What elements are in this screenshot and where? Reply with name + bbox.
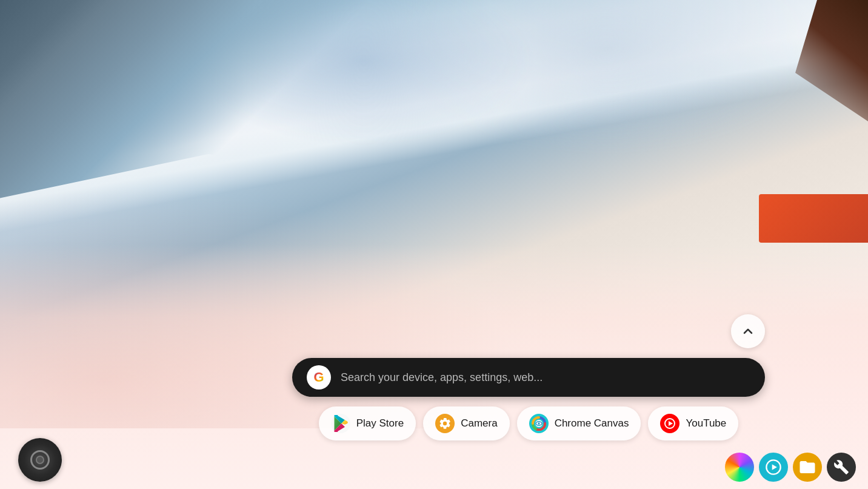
expand-launcher-button[interactable]	[731, 314, 765, 348]
settings-tray-icon[interactable]	[827, 453, 856, 482]
camera-chip[interactable]: Camera	[423, 406, 509, 440]
chrome-canvas-chip[interactable]: Chrome Canvas	[517, 406, 641, 440]
chrome-canvas-svg	[532, 416, 546, 431]
chevron-up-icon	[741, 324, 755, 339]
orange-shape	[759, 194, 868, 243]
search-bar[interactable]: G Search your device, apps, settings, we…	[292, 358, 765, 397]
launcher-area: G Search your device, apps, settings, we…	[292, 314, 765, 440]
svg-point-5	[538, 423, 539, 425]
youtube-label: YouTube	[686, 417, 726, 430]
camera-label: Camera	[461, 417, 497, 430]
pinwheel-tray-icon[interactable]	[725, 453, 754, 482]
google-logo: G	[307, 365, 331, 390]
app-shelf: Play Store Camera	[319, 406, 739, 440]
youtube-chip[interactable]: YouTube	[648, 406, 738, 440]
play-store-icon	[331, 414, 350, 433]
media-player-tray-icon[interactable]	[759, 453, 788, 482]
camera-tray-inner	[30, 450, 50, 470]
search-placeholder-text: Search your device, apps, settings, web.…	[341, 371, 750, 384]
system-tray	[725, 453, 856, 482]
youtube-svg	[663, 416, 677, 431]
chrome-canvas-icon	[529, 414, 549, 433]
camera-tray-lens	[36, 456, 44, 464]
play-store-label: Play Store	[356, 417, 404, 430]
play-store-svg	[332, 415, 349, 432]
chrome-canvas-label: Chrome Canvas	[555, 417, 629, 430]
play-store-chip[interactable]: Play Store	[319, 406, 416, 440]
files-tray-icon[interactable]	[793, 453, 822, 482]
camera-svg	[438, 417, 452, 430]
files-svg	[798, 458, 816, 476]
camera-icon	[435, 414, 455, 433]
google-g-letter: G	[313, 369, 324, 385]
settings-svg	[833, 459, 849, 475]
youtube-icon	[660, 414, 679, 433]
media-player-svg	[765, 459, 782, 476]
camera-hardware-button[interactable]	[18, 438, 62, 482]
